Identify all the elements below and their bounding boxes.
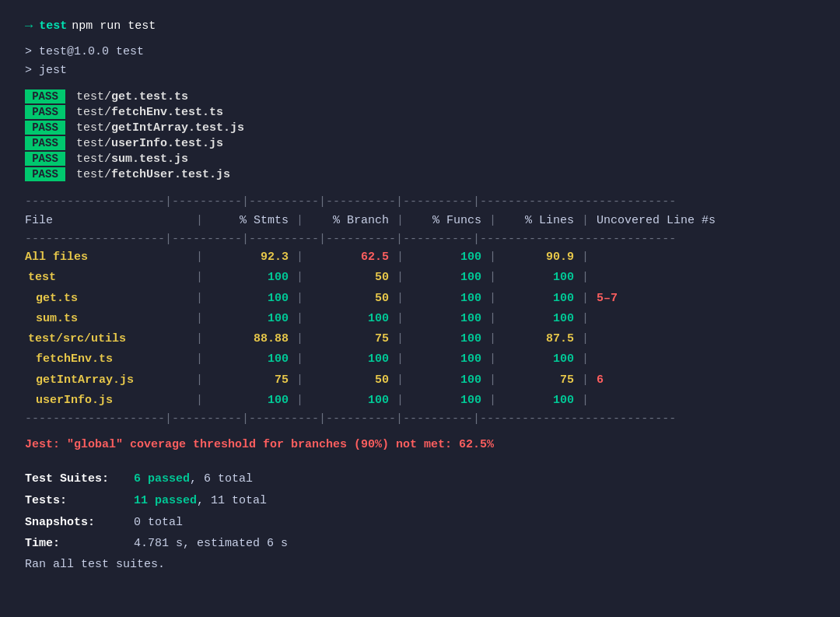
summary-tests-value: 11 passed, 11 total xyxy=(134,490,267,512)
row-lines-test: 100 xyxy=(496,268,582,288)
row-file-userinfo: userInfo.js xyxy=(25,391,196,411)
table-row-getintarray: getIntArray.js | 75 | 50 | 100 | 75 | 6 xyxy=(25,370,815,391)
table-divider-bottom: --------------------|----------|--------… xyxy=(25,411,815,427)
pass-file-1: test/get.test.ts xyxy=(76,90,188,103)
header-stmts: % Stmts xyxy=(203,210,296,231)
row-lines-fetchenv: 100 xyxy=(496,349,582,370)
summary-snapshots: Snapshots: 0 total xyxy=(25,512,815,534)
row-lines-utils: 87.5 xyxy=(496,329,582,349)
row-file-getintarray: getIntArray.js xyxy=(25,370,196,391)
summary-snapshots-label: Snapshots: xyxy=(25,512,134,534)
pass-badge-3: PASS xyxy=(25,121,65,135)
table-header: File | % Stmts | % Branch | % Funcs | % … xyxy=(25,210,815,231)
row-funcs-getts: 100 xyxy=(404,289,489,309)
terminal: → test npm run test > test@1.0.0 test > … xyxy=(25,19,815,571)
row-uncovered-utils xyxy=(589,329,815,349)
row-lines-userinfo: 100 xyxy=(496,391,582,411)
table-row-userinfo: userInfo.js | 100 | 100 | 100 | 100 | xyxy=(25,391,815,411)
row-file-allfiles: All files xyxy=(25,247,196,268)
pass-file-5: test/sum.test.js xyxy=(76,152,188,166)
row-uncovered-allfiles xyxy=(589,247,815,268)
row-branch-getts: 50 xyxy=(303,289,397,309)
row-branch-allfiles: 62.5 xyxy=(303,247,397,268)
row-branch-sumts: 100 xyxy=(303,309,397,329)
pass-badge-1: PASS xyxy=(25,89,65,103)
row-file-sumts: sum.ts xyxy=(25,309,196,329)
table-row-allfiles: All files | 92.3 | 62.5 | 100 | 90.9 | xyxy=(25,247,815,268)
table-row-test: test | 100 | 50 | 100 | 100 | xyxy=(25,268,815,288)
command-label: test xyxy=(39,19,67,33)
pass-badge-5: PASS xyxy=(25,152,65,166)
row-branch-test: 50 xyxy=(303,268,397,288)
pass-badge-4: PASS xyxy=(25,136,65,150)
pass-row-6: PASS test/fetchUser.test.js xyxy=(25,167,815,181)
row-uncovered-userinfo xyxy=(589,391,815,411)
row-file-fetchenv: fetchEnv.ts xyxy=(25,349,196,370)
row-lines-getts: 100 xyxy=(496,289,582,309)
row-funcs-utils: 100 xyxy=(404,329,489,349)
pass-block: PASS test/get.test.ts PASS test/fetchEnv… xyxy=(25,89,815,181)
output-line-1: > test@1.0.0 test xyxy=(25,43,815,61)
pass-row-5: PASS test/sum.test.js xyxy=(25,152,815,166)
table-row-utils: test/src/utils | 88.88 | 75 | 100 | 87.5… xyxy=(25,329,815,349)
summary-section: Test Suites: 6 passed, 6 total Tests: 11… xyxy=(25,468,815,571)
table-divider-top: --------------------|----------|--------… xyxy=(25,194,815,210)
output-line-2: > jest xyxy=(25,61,815,80)
row-uncovered-fetchenv xyxy=(589,349,815,370)
row-file-test: test xyxy=(25,268,196,288)
pass-file-4: test/userInfo.test.js xyxy=(76,137,223,150)
arrow-icon: → xyxy=(25,19,33,33)
row-file-getts: get.ts xyxy=(25,289,196,309)
header-uncovered: Uncovered Line #s xyxy=(589,210,815,231)
summary-time-label: Time: xyxy=(25,533,134,555)
pass-row-1: PASS test/get.test.ts xyxy=(25,89,815,103)
row-uncovered-sumts xyxy=(589,309,815,329)
pass-row-2: PASS test/fetchEnv.test.ts xyxy=(25,105,815,119)
command-text: npm run test xyxy=(72,19,156,33)
summary-suites-label: Test Suites: xyxy=(25,468,134,490)
pass-badge-2: PASS xyxy=(25,105,65,119)
table-row-sumts: sum.ts | 100 | 100 | 100 | 100 | xyxy=(25,309,815,329)
row-branch-getintarray: 50 xyxy=(303,370,397,391)
row-stmts-utils: 88.88 xyxy=(203,329,296,349)
summary-suites-value: 6 passed, 6 total xyxy=(134,468,253,490)
table-row-fetchenv: fetchEnv.ts | 100 | 100 | 100 | 100 | xyxy=(25,349,815,370)
row-lines-sumts: 100 xyxy=(496,309,582,329)
ran-all-line: Ran all test suites. xyxy=(25,558,815,571)
summary-snapshots-value: 0 total xyxy=(134,512,183,534)
header-funcs: % Funcs xyxy=(404,210,489,231)
pass-file-3: test/getIntArray.test.js xyxy=(76,121,244,135)
row-lines-allfiles: 90.9 xyxy=(496,247,582,268)
row-stmts-fetchenv: 100 xyxy=(203,349,296,370)
row-funcs-test: 100 xyxy=(404,268,489,288)
row-stmts-test: 100 xyxy=(203,268,296,288)
row-branch-userinfo: 100 xyxy=(303,391,397,411)
summary-suites: Test Suites: 6 passed, 6 total xyxy=(25,468,815,490)
pass-badge-6: PASS xyxy=(25,167,65,181)
header-lines: % Lines xyxy=(496,210,582,231)
row-uncovered-test xyxy=(589,268,815,288)
row-stmts-getts: 100 xyxy=(203,289,296,309)
coverage-table: --------------------|----------|--------… xyxy=(25,194,815,427)
row-funcs-userinfo: 100 xyxy=(404,391,489,411)
row-branch-utils: 75 xyxy=(303,329,397,349)
summary-tests-label: Tests: xyxy=(25,490,134,512)
coverage-warning: Jest: "global" coverage threshold for br… xyxy=(25,438,815,451)
row-branch-fetchenv: 100 xyxy=(303,349,397,370)
row-lines-getintarray: 75 xyxy=(496,370,582,391)
pass-file-2: test/fetchEnv.test.ts xyxy=(76,106,223,119)
header-file: File xyxy=(25,210,196,231)
pass-row-4: PASS test/userInfo.test.js xyxy=(25,136,815,150)
summary-time-value: 4.781 s, estimated 6 s xyxy=(134,533,288,555)
row-funcs-sumts: 100 xyxy=(404,309,489,329)
row-stmts-userinfo: 100 xyxy=(203,391,296,411)
row-funcs-getintarray: 100 xyxy=(404,370,489,391)
summary-tests: Tests: 11 passed, 11 total xyxy=(25,490,815,512)
row-stmts-sumts: 100 xyxy=(203,309,296,329)
pass-file-6: test/fetchUser.test.js xyxy=(76,168,230,181)
row-file-utils: test/src/utils xyxy=(25,329,196,349)
row-funcs-allfiles: 100 xyxy=(404,247,489,268)
row-uncovered-getintarray: 6 xyxy=(589,370,815,391)
summary-time: Time: 4.781 s, estimated 6 s xyxy=(25,533,815,555)
header-branch: % Branch xyxy=(303,210,397,231)
